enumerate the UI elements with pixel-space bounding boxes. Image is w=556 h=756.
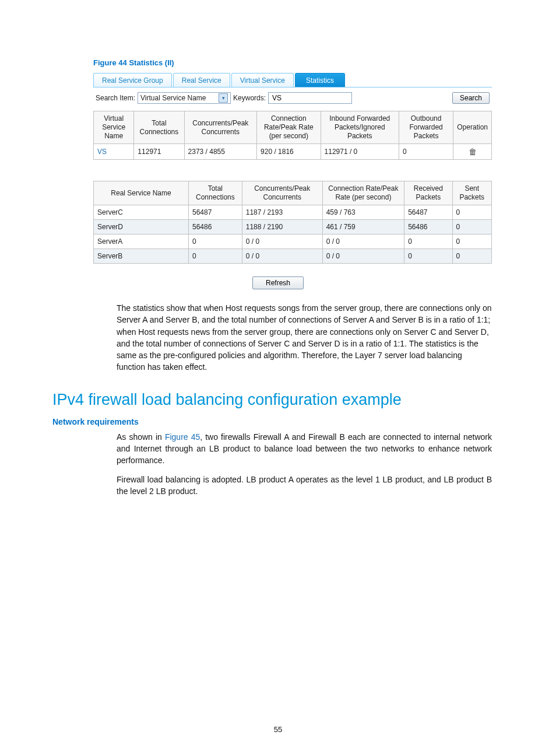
paragraph: As shown in Figure 45, two firewalls Fir… xyxy=(117,431,492,467)
table-row: ServerD 56486 1188 / 2190 461 / 759 5648… xyxy=(94,220,492,235)
cell-total: 112971 xyxy=(134,144,184,160)
col-conn-rate: Connection Rate/Peak Rate (per second) xyxy=(322,181,404,205)
cell-sent: 0 xyxy=(452,220,492,235)
search-item-select[interactable]: Virtual Service Name ▾ xyxy=(138,92,231,104)
body-text-block-1: The statistics show that when Host reque… xyxy=(117,302,492,373)
col-sent: Sent Packets xyxy=(452,181,492,205)
cell-total: 56486 xyxy=(189,220,242,235)
figure-link[interactable]: Figure 45 xyxy=(165,432,200,442)
search-item-select-value: Virtual Service Name xyxy=(140,94,206,102)
col-vs-name: Virtual Service Name xyxy=(94,111,134,144)
real-service-panel: Real Service Name Total Connections Conc… xyxy=(93,181,492,264)
figure-caption: Figure 44 Statistics (II) xyxy=(93,58,504,67)
para2-pre: As shown in xyxy=(117,432,165,442)
subsection-heading: Network requirements xyxy=(52,417,504,426)
cell-total: 0 xyxy=(189,249,242,264)
cell-recv: 0 xyxy=(404,235,452,249)
search-row: Search Item: Virtual Service Name ▾ Keyw… xyxy=(93,88,492,111)
chevron-down-icon: ▾ xyxy=(219,93,228,103)
cell-sent: 0 xyxy=(452,235,492,249)
vs-name-link[interactable]: VS xyxy=(97,148,107,156)
cell-outbound: 0 xyxy=(399,144,453,160)
page-number: 55 xyxy=(0,725,556,734)
search-button[interactable]: Search xyxy=(452,92,490,104)
cell-total: 0 xyxy=(189,235,242,249)
cell-concur: 0 / 0 xyxy=(242,235,322,249)
keywords-input-wrapper[interactable] xyxy=(268,92,352,104)
col-outbound: Outbound Forwarded Packets xyxy=(399,111,453,144)
refresh-wrap: Refresh xyxy=(52,276,504,289)
cell-rate: 459 / 763 xyxy=(322,205,404,220)
col-inbound: Inbound Forwarded Packets/Ignored Packet… xyxy=(321,111,399,144)
cell-sent: 0 xyxy=(452,249,492,264)
cell-total: 56487 xyxy=(189,205,242,220)
cell-concur: 0 / 0 xyxy=(242,249,322,264)
paragraph: Firewall load balancing is adopted. LB p… xyxy=(117,474,492,498)
cell-sent: 0 xyxy=(452,205,492,220)
body-text-block-2: As shown in Figure 45, two firewalls Fir… xyxy=(117,431,492,497)
col-concurrents: Concurrents/Peak Concurrents xyxy=(184,111,257,144)
cell-concur: 1187 / 2193 xyxy=(242,205,322,220)
section-heading: IPv4 firewall load balancing configurati… xyxy=(52,391,504,409)
col-operation: Operation xyxy=(453,111,492,144)
statistics-panel: Real Service Group Real Service Virtual … xyxy=(93,73,492,160)
cell-recv: 56486 xyxy=(404,220,452,235)
cell-recv: 56487 xyxy=(404,205,452,220)
keywords-label: Keywords: xyxy=(233,94,266,102)
cell-rate: 0 / 0 xyxy=(322,249,404,264)
tabs-bar: Real Service Group Real Service Virtual … xyxy=(93,73,492,88)
col-total-conn: Total Connections xyxy=(134,111,184,144)
cell-rate: 0 / 0 xyxy=(322,235,404,249)
tab-real-service[interactable]: Real Service xyxy=(173,73,230,87)
col-rs-name: Real Service Name xyxy=(94,181,189,205)
real-service-table: Real Service Name Total Connections Conc… xyxy=(93,181,492,264)
cell-recv: 0 xyxy=(404,249,452,264)
cell-rate: 461 / 759 xyxy=(322,220,404,235)
cell-name: ServerC xyxy=(94,205,189,220)
tab-virtual-service[interactable]: Virtual Service xyxy=(231,73,294,87)
trash-icon[interactable]: 🗑 xyxy=(469,147,477,156)
paragraph: The statistics show that when Host reque… xyxy=(117,302,492,373)
tab-statistics[interactable]: Statistics xyxy=(295,73,345,87)
cell-name: ServerD xyxy=(94,220,189,235)
tab-real-service-group[interactable]: Real Service Group xyxy=(93,73,172,87)
cell-name: ServerA xyxy=(94,235,189,249)
keywords-input[interactable] xyxy=(271,93,349,103)
cell-rate: 920 / 1816 xyxy=(257,144,321,160)
col-total-conn: Total Connections xyxy=(189,181,242,205)
cell-concur: 2373 / 4855 xyxy=(184,144,257,160)
refresh-button[interactable]: Refresh xyxy=(252,276,304,289)
cell-concur: 1188 / 2190 xyxy=(242,220,322,235)
col-concurrents: Concurrents/Peak Concurrents xyxy=(242,181,322,205)
cell-name: ServerB xyxy=(94,249,189,264)
cell-inbound: 112971 / 0 xyxy=(321,144,399,160)
table-header-row: Virtual Service Name Total Connections C… xyxy=(94,111,492,144)
table-row: ServerB 0 0 / 0 0 / 0 0 0 xyxy=(94,249,492,264)
col-received: Received Packets xyxy=(404,181,452,205)
virtual-service-table: Virtual Service Name Total Connections C… xyxy=(93,111,492,160)
col-conn-rate: Connection Rate/Peak Rate (per second) xyxy=(257,111,321,144)
table-header-row: Real Service Name Total Connections Conc… xyxy=(94,181,492,205)
table-row: ServerC 56487 1187 / 2193 459 / 763 5648… xyxy=(94,205,492,220)
search-item-label: Search Item: xyxy=(96,94,135,102)
table-row: ServerA 0 0 / 0 0 / 0 0 0 xyxy=(94,235,492,249)
table-row: VS 112971 2373 / 4855 920 / 1816 112971 … xyxy=(94,144,492,160)
